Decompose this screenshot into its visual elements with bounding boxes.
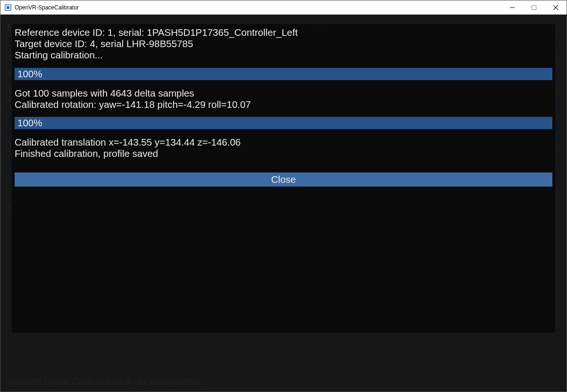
titlebar: OpenVR-SpaceCalibrator	[0, 0, 567, 15]
close-window-button[interactable]	[545, 0, 567, 15]
modal-log-line: Reference device ID: 1, serial: 1PASH5D1…	[15, 27, 552, 38]
app-body: Reference Space Devices from: Oculus Que…	[0, 15, 567, 392]
modal-log-line: Calibrated rotation: yaw=-141.18 pitch=-…	[15, 99, 552, 110]
modal-log-line: Got 100 samples with 4643 delta samples	[15, 88, 552, 99]
app-window: OpenVR-SpaceCalibrator Reference Space D…	[0, 0, 567, 392]
window-title: OpenVR-SpaceCalibrator	[15, 4, 79, 11]
translation-progress-bar: 100%	[15, 117, 552, 129]
rotation-progress-value: 100%	[17, 68, 42, 80]
modal-log-line: Starting calibration...	[15, 49, 552, 61]
svg-rect-1	[7, 6, 9, 9]
maximize-button[interactable]	[523, 0, 545, 15]
modal-log-line: Target device ID: 4, serial LHR-98B55785	[15, 38, 552, 49]
calibration-result-modal: Reference device ID: 1, serial: 1PASH5D1…	[12, 24, 555, 333]
rotation-progress-bar: 100%	[15, 68, 552, 80]
modal-log-line: Calibrated translation x=-143.55 y=134.4…	[15, 137, 552, 148]
translation-progress-value: 100%	[17, 117, 42, 129]
app-icon	[4, 4, 12, 11]
svg-rect-3	[532, 5, 536, 9]
modal-log-line: Finished calibration, profile saved	[15, 148, 552, 159]
minimize-button[interactable]	[501, 0, 523, 15]
close-button[interactable]: Close	[15, 172, 552, 187]
